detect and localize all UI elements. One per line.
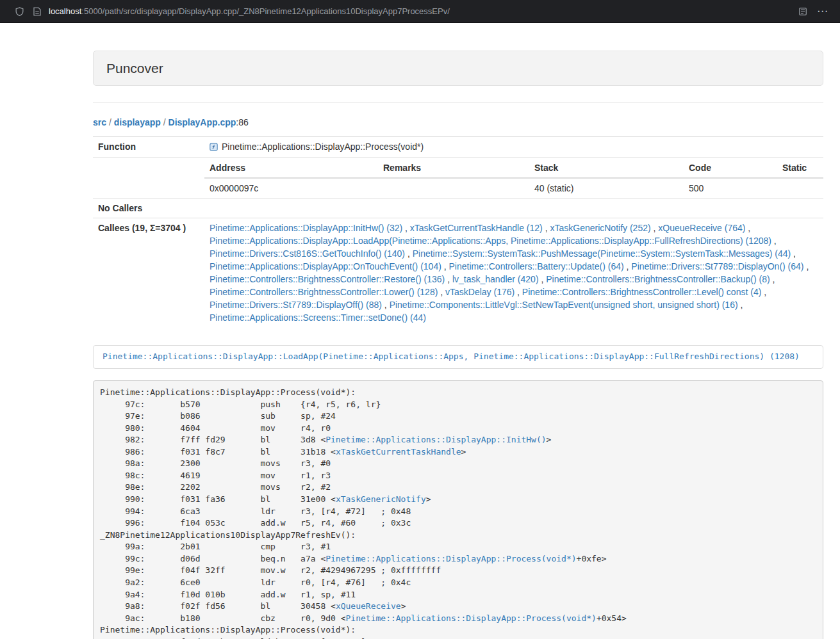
- callee-link[interactable]: Pinetime::Applications::DisplayApp::Load…: [210, 236, 771, 246]
- page-container: Puncover src / displayapp / DisplayApp.c…: [93, 51, 823, 639]
- callee-link[interactable]: Pinetime::Controllers::Battery::Update()…: [449, 261, 624, 271]
- page-title: Puncover: [106, 61, 810, 76]
- disasm-symbol-link[interactable]: Pinetime::Applications::DisplayApp::Init…: [325, 435, 546, 444]
- stats-header-address: Address: [204, 158, 378, 178]
- shield-icon[interactable]: [10, 3, 28, 20]
- breadcrumb-separator: /: [161, 117, 169, 127]
- stats-value-stack: 40 (static): [529, 178, 684, 198]
- callee-link[interactable]: xTaskGenericNotify (252): [550, 223, 650, 233]
- disasm-symbol-link[interactable]: xTaskGetCurrentTaskHandle: [336, 447, 461, 457]
- no-callers-cell: [204, 198, 823, 218]
- reader-mode-icon[interactable]: [794, 3, 812, 20]
- stats-header-code: Code: [684, 158, 777, 178]
- callee-link[interactable]: Pinetime::Applications::Screens::Timer::…: [210, 312, 426, 323]
- stats-value-address: 0x0000097c: [204, 178, 378, 198]
- callees-row: Callees (19, Σ=3704 ) Pinetime::Applicat…: [93, 218, 823, 328]
- app-header-panel: Puncover: [93, 51, 823, 86]
- callees-value: Pinetime::Applications::DisplayApp::Init…: [204, 218, 823, 328]
- callees-label: Callees (19, Σ=3704 ): [93, 218, 204, 328]
- breadcrumb-line-number: :86: [236, 117, 248, 127]
- header-divider: [93, 102, 823, 103]
- highlighted-symbol-panel: Pinetime::Applications::DisplayApp::Load…: [93, 345, 823, 369]
- overflow-menu-icon[interactable]: ⋯: [812, 3, 834, 20]
- callee-link[interactable]: Pinetime::Controllers::BrightnessControl…: [522, 287, 761, 297]
- stats-header-row: Address Remarks Stack Code Static: [204, 158, 823, 178]
- breadcrumb-separator: /: [106, 117, 114, 127]
- callee-link[interactable]: Pinetime::Applications::DisplayApp::OnTo…: [210, 261, 441, 271]
- callee-link[interactable]: vTaskDelay (176): [445, 287, 515, 297]
- callee-link[interactable]: xQueueReceive (764): [658, 223, 745, 233]
- disasm-symbol-link[interactable]: Pinetime::Applications::DisplayApp::Proc…: [346, 613, 597, 623]
- url-host: localhost: [49, 6, 81, 16]
- callee-link[interactable]: Pinetime::Controllers::BrightnessControl…: [210, 287, 438, 297]
- breadcrumb-link-src[interactable]: src: [93, 117, 106, 127]
- highlighted-symbol-link[interactable]: Pinetime::Applications::DisplayApp::Load…: [103, 352, 800, 361]
- stats-header-static: Static: [777, 158, 823, 178]
- no-callers-label: No Callers: [93, 198, 204, 218]
- breadcrumb-link-file[interactable]: DisplayApp.cpp: [169, 117, 236, 127]
- stats-row-label: [93, 158, 204, 198]
- callee-link[interactable]: Pinetime::Controllers::BrightnessControl…: [546, 274, 770, 284]
- function-name: Pinetime::Applications::DisplayApp::Proc…: [222, 142, 424, 152]
- no-callers-row: No Callers: [93, 198, 823, 218]
- disasm-symbol-link[interactable]: xQueueReceive: [336, 601, 401, 611]
- callee-link[interactable]: Pinetime::Controllers::BrightnessControl…: [210, 274, 445, 284]
- stats-value-remarks: [378, 178, 529, 198]
- callee-link[interactable]: xTaskGetCurrentTaskHandle (12): [410, 223, 543, 233]
- callee-link[interactable]: Pinetime::Applications::DisplayApp::Init…: [210, 223, 402, 233]
- stats-header-remarks: Remarks: [378, 158, 529, 178]
- callee-link[interactable]: Pinetime::System::SystemTask::PushMessag…: [413, 248, 791, 259]
- stats-value-static: [777, 178, 823, 198]
- function-row: Function Pinetime::Applications::Display…: [93, 137, 823, 158]
- function-symbol-icon: [210, 142, 218, 154]
- url-path: :5000/path/src/displayapp/DisplayApp.cpp…: [81, 6, 450, 16]
- disasm-symbol-link[interactable]: xTaskGenericNotify: [336, 494, 426, 504]
- function-name-cell: Pinetime::Applications::DisplayApp::Proc…: [204, 137, 823, 158]
- symbol-detail-table: Function Pinetime::Applications::Display…: [93, 136, 823, 327]
- callee-link[interactable]: Pinetime::Components::LittleVgl::SetNewT…: [390, 300, 738, 310]
- stats-value-code: 500: [684, 178, 777, 198]
- disasm-symbol-link[interactable]: Pinetime::Applications::DisplayApp::Proc…: [325, 554, 576, 563]
- stats-row: Address Remarks Stack Code Static 0x0000…: [93, 158, 823, 198]
- breadcrumb-link-displayapp[interactable]: displayapp: [114, 117, 161, 127]
- callee-link[interactable]: lv_task_handler (420): [452, 274, 539, 284]
- browser-toolbar: localhost:5000/path/src/displayapp/Displ…: [0, 0, 840, 23]
- function-row-label: Function: [93, 137, 204, 158]
- callee-link[interactable]: Pinetime::Drivers::St7789::DisplayOff() …: [210, 300, 382, 310]
- stats-cell: Address Remarks Stack Code Static 0x0000…: [204, 158, 823, 198]
- page-info-icon[interactable]: [28, 3, 46, 20]
- callee-link[interactable]: Pinetime::Drivers::Cst816S::GetTouchInfo…: [210, 248, 405, 259]
- stats-table: Address Remarks Stack Code Static 0x0000…: [204, 158, 823, 198]
- disassembly-code: Pinetime::Applications::DisplayApp::Proc…: [93, 380, 823, 639]
- stats-value-row: 0x0000097c 40 (static) 500: [204, 178, 823, 198]
- url-bar[interactable]: localhost:5000/path/src/displayapp/Displ…: [49, 6, 794, 16]
- breadcrumb: src / displayapp / DisplayApp.cpp:86: [93, 116, 823, 129]
- stats-header-stack: Stack: [529, 158, 684, 178]
- callee-link[interactable]: Pinetime::Drivers::St7789::DisplayOn() (…: [631, 261, 803, 271]
